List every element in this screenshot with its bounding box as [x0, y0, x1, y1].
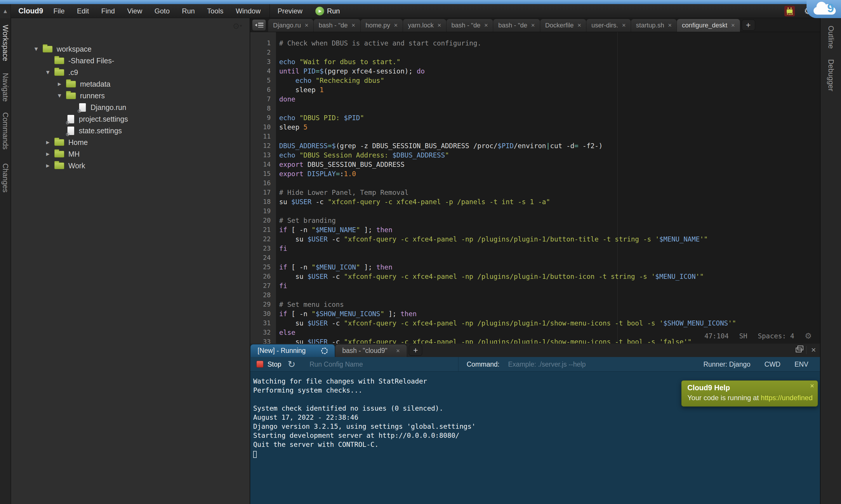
code-line	[279, 206, 820, 216]
new-tab-button[interactable]: +	[742, 20, 755, 31]
tab-close-icon[interactable]: ×	[394, 22, 398, 28]
tab-close-icon[interactable]: ×	[484, 22, 488, 28]
menu-view[interactable]: View	[121, 4, 148, 18]
panel-tab-outline[interactable]: Outline	[827, 26, 835, 49]
tree-item-label: state.settings	[79, 127, 122, 135]
tree-item-c9[interactable]: ▼.c9	[11, 67, 250, 78]
line-number: 28	[250, 290, 271, 300]
debug-bug-button[interactable]	[784, 6, 795, 16]
terminal-line: Starting development server at http://0.…	[253, 431, 820, 440]
menu-run[interactable]: Run	[176, 4, 201, 18]
tree-item-state-settings[interactable]: state.settings	[11, 125, 250, 137]
console-tab-bash-cloud9[interactable]: bash - "cloud9"×	[335, 344, 407, 357]
activity-bar: WorkspaceNavigateCommandsChanges	[0, 18, 11, 504]
tree-item-home[interactable]: ▶Home	[11, 137, 250, 148]
menu-window[interactable]: Window	[229, 4, 267, 18]
tree-item-shared-files[interactable]: -Shared Files-	[11, 55, 250, 67]
cloud9-menu[interactable]: Cloud9	[18, 7, 43, 15]
editor-tab-bash-de[interactable]: bash - "de×	[493, 19, 540, 32]
env-button[interactable]: ENV	[794, 360, 808, 368]
close-console-icon[interactable]: ×	[811, 346, 816, 354]
menu-goto[interactable]: Goto	[148, 4, 176, 18]
tab-list-arrow-icon	[255, 24, 257, 26]
terminal-cursor	[253, 451, 257, 458]
menu-edit[interactable]: Edit	[71, 4, 95, 18]
tree-down-arrow-icon[interactable]: ▼	[34, 47, 42, 52]
tree-right-arrow-icon[interactable]: ▶	[46, 163, 54, 168]
top-blue-strip	[0, 0, 841, 4]
tree-item-mh[interactable]: ▶MH	[11, 148, 250, 160]
run-button[interactable]: ▶ Run	[315, 7, 340, 16]
console-tab-new-running[interactable]: [New] - Running	[250, 344, 335, 357]
tab-close-icon[interactable]: ×	[577, 22, 581, 28]
spaces-setting[interactable]: Spaces: 4	[758, 331, 794, 341]
tree-right-arrow-icon[interactable]: ▶	[46, 140, 54, 145]
tree-settings-button[interactable]: ⚙▾	[233, 22, 242, 31]
editor-tab-yarn-lock[interactable]: yarn.lock×	[403, 19, 446, 32]
panel-tab-navigate[interactable]: Navigate	[1, 73, 10, 102]
tree-right-arrow-icon[interactable]: ▶	[46, 151, 54, 157]
tree-item-workspace[interactable]: ▼workspace	[11, 43, 250, 55]
line-number: 11	[250, 132, 271, 141]
editor-tab-dockerfile[interactable]: Dockerfile×	[540, 19, 587, 32]
tree-item-metadata[interactable]: ▶metadata	[11, 78, 250, 90]
editor-tab-bash-de[interactable]: bash - "de×	[313, 19, 360, 32]
code-line: # Check when DBUS is active and start co…	[279, 38, 820, 48]
panel-tab-debugger[interactable]: Debugger	[827, 59, 835, 91]
tree-item-label: workspace	[57, 45, 92, 53]
command-input[interactable]: Example: ./server.js --help	[508, 360, 586, 368]
new-console-tab-button[interactable]: +	[409, 345, 422, 356]
code-line: # Set branding	[279, 216, 820, 225]
tab-close-icon[interactable]: ×	[668, 22, 672, 28]
tab-list-button[interactable]	[252, 19, 266, 31]
tab-label: bash - "de	[498, 22, 527, 29]
tree-item-runners[interactable]: ▼runners	[11, 90, 250, 102]
tree-item-work[interactable]: ▶Work	[11, 160, 250, 172]
panel-tab-workspace[interactable]: Workspace	[1, 25, 10, 61]
cursor-position[interactable]: 47:104	[704, 331, 728, 341]
tab-close-icon[interactable]: ×	[731, 22, 735, 28]
tree-item-django-run[interactable]: Django.run	[11, 102, 250, 113]
collapse-menubar-button[interactable]: ▲	[0, 4, 11, 18]
runner-selector[interactable]: Runner: Django	[703, 360, 751, 368]
cwd-button[interactable]: CWD	[765, 360, 780, 368]
line-number: 10	[250, 123, 271, 132]
editor-tab-home-py[interactable]: home.py×	[360, 19, 403, 32]
tree-down-arrow-icon[interactable]: ▼	[46, 70, 54, 75]
editor-tab-django-ru[interactable]: Django.ru×	[268, 19, 314, 32]
preview-button[interactable]: Preview	[270, 7, 310, 15]
maximize-console-icon[interactable]	[796, 348, 802, 352]
syntax-mode[interactable]: SH	[739, 331, 747, 341]
editor-body[interactable]: 1234567891011121314151617181920212223242…	[250, 32, 820, 344]
tab-close-icon[interactable]: ×	[437, 22, 441, 28]
editor-settings-gear-icon[interactable]: ⚙	[805, 331, 812, 341]
restart-icon[interactable]: ↻	[288, 359, 295, 370]
tree-right-arrow-icon[interactable]: ▶	[58, 82, 66, 87]
editor-tab-bash-de[interactable]: bash - "de×	[446, 19, 493, 32]
panel-tab-changes[interactable]: Changes	[1, 163, 10, 193]
run-play-icon: ▶	[315, 7, 324, 16]
menu-file[interactable]: File	[47, 4, 71, 18]
tree-item-project-settings[interactable]: project.settings	[11, 113, 250, 125]
run-config-name-input[interactable]: Run Config Name	[310, 360, 363, 368]
console-tab-close-icon[interactable]: ×	[396, 348, 400, 354]
editor-tab-configure-deskt[interactable]: configure_deskt×	[676, 19, 740, 32]
menu-find[interactable]: Find	[95, 4, 121, 18]
tab-close-icon[interactable]: ×	[305, 22, 308, 28]
stop-button[interactable]: Stop	[256, 360, 281, 368]
code-line: export DISPLAY=:1.0	[279, 169, 820, 179]
tab-close-icon[interactable]: ×	[622, 22, 626, 28]
line-number: 7	[250, 94, 271, 104]
editor-tab-user-dirs[interactable]: user-dirs.×	[586, 19, 631, 32]
code-area[interactable]: # Check when DBUS is active and start co…	[276, 32, 820, 344]
notification-close-icon[interactable]: ×	[810, 382, 814, 390]
editor-tabs: Django.ru×bash - "de×home.py×yarn.lock×b…	[268, 19, 740, 32]
line-number: 14	[250, 160, 271, 169]
panel-tab-commands[interactable]: Commands	[1, 112, 10, 150]
notification-link[interactable]: https://undefined	[761, 394, 812, 402]
tab-close-icon[interactable]: ×	[351, 22, 355, 28]
tab-close-icon[interactable]: ×	[531, 22, 535, 28]
editor-tab-startup-sh[interactable]: startup.sh×	[631, 19, 677, 32]
menu-tools[interactable]: Tools	[201, 4, 229, 18]
tree-down-arrow-icon[interactable]: ▼	[58, 93, 66, 98]
